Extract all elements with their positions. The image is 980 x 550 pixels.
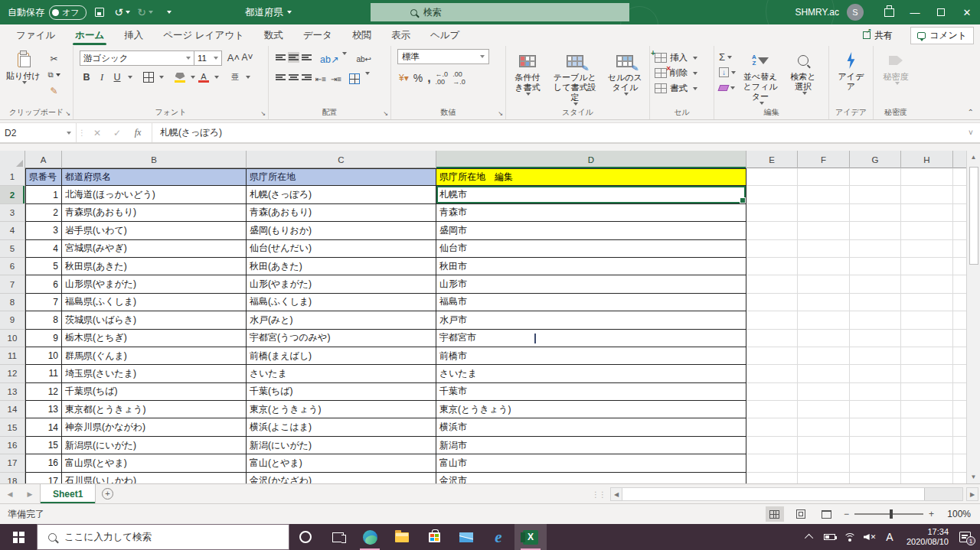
cell-pref-number[interactable]: 9 (25, 330, 62, 347)
cell-empty[interactable] (798, 204, 850, 222)
cell-empty[interactable] (746, 365, 798, 382)
start-button[interactable] (0, 524, 37, 550)
comma-style-button[interactable]: , (427, 71, 430, 85)
cut-button[interactable]: ✂ (47, 52, 62, 65)
merge-center-button[interactable] (348, 72, 361, 86)
cell-empty[interactable] (901, 275, 953, 293)
italic-button[interactable]: I (95, 70, 109, 84)
cell-empty[interactable] (798, 330, 850, 347)
cell-empty[interactable] (746, 204, 798, 222)
cell-capital[interactable]: 東京(とうきょう) (247, 401, 436, 418)
row-header[interactable]: 7 (0, 275, 25, 293)
redo-button[interactable]: ↻ (136, 3, 155, 21)
cell-empty[interactable] (850, 204, 901, 222)
cell-empty[interactable] (850, 473, 901, 483)
file-explorer-button[interactable] (386, 524, 418, 550)
row-header[interactable]: 14 (0, 401, 25, 418)
cell-empty[interactable] (901, 330, 953, 347)
sheet-nav-left-icon[interactable]: ◀ (0, 484, 20, 503)
sort-filter-button[interactable]: AZ 並べ替えとフィルター (737, 47, 783, 105)
cell-empty[interactable] (746, 473, 798, 483)
autosum-button[interactable]: Σ (719, 50, 736, 63)
cell-pref-number[interactable]: 5 (25, 258, 62, 275)
clipboard-dialog-launcher[interactable]: ↘ (65, 110, 70, 117)
tab-split-handle[interactable]: ⋮⋮ (592, 490, 606, 499)
column-header[interactable]: B (62, 151, 247, 168)
volume-button[interactable]: ✕ (861, 524, 879, 550)
cell-empty[interactable] (746, 418, 798, 436)
decrease-font-size-button[interactable]: A˅ (240, 50, 254, 64)
cell-pref-number[interactable]: 16 (25, 454, 62, 472)
row-header[interactable]: 18 (0, 473, 25, 483)
cell-empty[interactable] (798, 258, 850, 275)
new-sheet-button[interactable]: + (96, 484, 119, 503)
sensitivity-button[interactable]: 秘密度 (879, 47, 913, 85)
cell-empty[interactable] (850, 311, 901, 329)
cell-empty[interactable] (850, 418, 901, 436)
vertical-scroll-thumb[interactable] (969, 167, 978, 265)
cell-empty[interactable] (953, 258, 966, 275)
wrap-text-button[interactable]: ab↩ (356, 52, 371, 66)
cell-pref-number[interactable]: 8 (25, 311, 62, 329)
cell-pref-name[interactable]: 神奈川県(かながわ) (62, 418, 247, 436)
increase-indent-button[interactable]: ⇥≡ (329, 72, 343, 86)
restore-button[interactable] (928, 0, 954, 24)
cell-empty[interactable] (798, 365, 850, 382)
close-button[interactable]: ✕ (954, 0, 980, 24)
cell-capital[interactable]: 仙台(せんだい) (247, 240, 436, 258)
clear-button[interactable] (719, 81, 736, 94)
cell-empty[interactable] (850, 365, 901, 382)
cell-capital-edited[interactable]: 水戸市 (436, 311, 746, 329)
cell-styles-button[interactable]: ✎ セルのスタイル (603, 47, 648, 96)
cell-empty[interactable] (901, 347, 953, 365)
avatar[interactable]: S (847, 4, 864, 21)
cell-capital-edited[interactable]: 東京(とうきょう) (436, 401, 746, 418)
ribbon-tab[interactable]: ページ レイアウト (153, 24, 254, 46)
cell-capital-edited[interactable]: 札幌市 (436, 186, 746, 203)
font-size-select[interactable]: 11 (194, 50, 222, 66)
horizontal-scroll-thumb[interactable] (622, 488, 925, 500)
taskbar-clock[interactable]: 17:34 2020/08/10 (900, 527, 955, 547)
cell-empty[interactable] (901, 240, 953, 258)
cell-empty[interactable] (953, 330, 966, 347)
phonetic-guide-button[interactable]: 亜 (228, 70, 242, 84)
format-as-table-button[interactable]: ✎ テーブルとして書式設定 (547, 47, 603, 106)
number-format-select[interactable]: 標準 (397, 49, 489, 64)
cell-pref-name[interactable]: 栃木県(とちぎ) (62, 330, 247, 347)
cell-empty[interactable] (798, 186, 850, 203)
align-right-button[interactable] (301, 72, 312, 83)
cell-empty[interactable] (850, 437, 901, 454)
cell-empty[interactable] (850, 383, 901, 401)
cell-capital-edited[interactable]: 仙台市 (436, 240, 746, 258)
percent-style-button[interactable]: % (413, 72, 423, 84)
alignment-dialog-launcher[interactable]: ↘ (383, 110, 388, 117)
cortana-button[interactable] (289, 524, 322, 550)
column-header-partial[interactable] (953, 151, 966, 168)
cell-empty[interactable] (798, 383, 850, 401)
cell-A1[interactable]: 県番号 (25, 168, 62, 186)
cell-pref-number[interactable]: 6 (25, 275, 62, 293)
cell-empty[interactable] (746, 437, 798, 454)
font-dialog-launcher[interactable]: ↘ (260, 110, 266, 117)
cell-D1[interactable]: 県庁所在地 編集 (436, 168, 746, 186)
cell-pref-number[interactable]: 4 (25, 240, 62, 258)
zoom-out-button[interactable]: − (844, 509, 849, 519)
font-color-button[interactable]: A (197, 70, 211, 84)
row-header[interactable]: 2 (0, 186, 25, 203)
row-header[interactable]: 17 (0, 454, 25, 472)
internet-explorer-button[interactable]: e (482, 524, 514, 550)
save-button[interactable] (90, 3, 109, 21)
store-button[interactable] (418, 524, 450, 550)
increase-decimal-button[interactable]: ←.0.00 (436, 70, 449, 86)
cell-empty[interactable] (953, 168, 966, 186)
normal-view-button[interactable] (766, 506, 784, 522)
cell-capital[interactable]: 山形(やまがた) (247, 275, 436, 293)
cell-capital[interactable]: 横浜(よこはま) (247, 418, 436, 436)
cell-empty[interactable] (850, 330, 901, 347)
cell-empty[interactable] (746, 258, 798, 275)
cell-capital[interactable]: 宇都宮(うつのみや) (247, 330, 436, 347)
column-header[interactable]: H (901, 151, 953, 168)
middle-align-button[interactable] (288, 52, 299, 63)
cell-empty[interactable] (850, 294, 901, 311)
undo-button[interactable]: ↺ (113, 3, 132, 21)
